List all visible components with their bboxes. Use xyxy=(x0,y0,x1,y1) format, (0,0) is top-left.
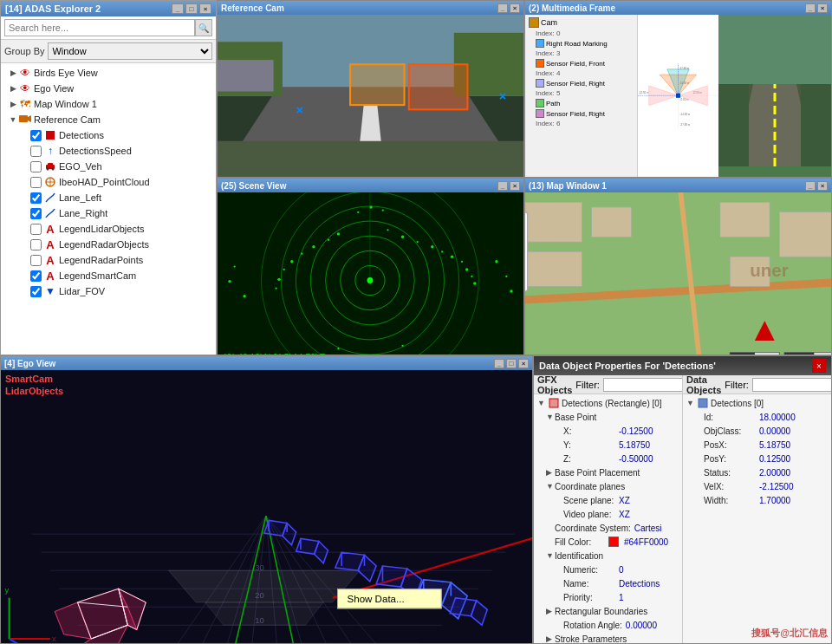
sensor-right-5[interactable]: Sensor Field, Right xyxy=(527,78,635,88)
scene-minimize[interactable]: _ xyxy=(497,181,508,191)
data-filter-input[interactable] xyxy=(752,378,831,392)
expand-lane-left xyxy=(18,192,29,203)
prop-scene-plane[interactable]: Scene plane: XZ xyxy=(536,493,680,507)
tree-item-birds-eye[interactable]: ▶ 👁 Birds Eye View xyxy=(1,65,216,81)
prop-rotation[interactable]: Rotation Angle: 0.00000 xyxy=(536,618,680,632)
expand-detections-rect[interactable]: ▼ xyxy=(537,399,546,407)
detections-data-expand[interactable]: ▼ xyxy=(686,399,695,407)
prop-numeric[interactable]: Numeric: 0 xyxy=(536,563,680,576)
tree-item-ibeo[interactable]: IbeoHAD_PointCloud xyxy=(1,174,216,190)
prop-status[interactable]: Status: 2.00000 xyxy=(685,465,829,479)
checkbox-ego-veh[interactable] xyxy=(30,161,42,172)
prop-z[interactable]: Z: -0.50000 xyxy=(536,452,680,465)
scene-close[interactable]: × xyxy=(510,181,520,191)
expand-ref-cam[interactable]: ▼ xyxy=(8,114,18,125)
group-by-select[interactable]: Window Type Name xyxy=(48,42,212,60)
fill-color-swatch[interactable] xyxy=(608,537,619,547)
prop-base-point[interactable]: ▼ Base Point xyxy=(536,410,680,424)
prop-priority[interactable]: Priority: 1 xyxy=(536,590,680,604)
checkbox-lane-left[interactable] xyxy=(30,192,42,204)
rect-bound-expand[interactable]: ▶ xyxy=(546,607,555,615)
tree-item-detections[interactable]: Detections xyxy=(1,127,216,143)
prop-detections-rect[interactable]: ▼ Detections (Rectangle) [0] xyxy=(536,396,680,410)
coord-planes-expand[interactable]: ▼ xyxy=(546,482,555,491)
map-minimize[interactable]: _ xyxy=(805,181,816,191)
ego-maximize[interactable]: □ xyxy=(506,359,517,368)
stroke-expand[interactable]: ▶ xyxy=(546,634,555,643)
show-data-popup[interactable]: Show Data... xyxy=(337,589,442,608)
tree-item-detections-speed[interactable]: ↑ DetectionsSpeed xyxy=(1,143,216,159)
tree-item-lane-right[interactable]: Lane_Right xyxy=(1,205,216,221)
bpp-expand[interactable]: ▶ xyxy=(546,468,555,477)
sensor-right-6[interactable]: Sensor Field, Right xyxy=(527,108,635,119)
checkbox-legend-lidar[interactable] xyxy=(30,224,42,235)
checkbox-legend-smartcam[interactable] xyxy=(30,270,42,282)
prop-name[interactable]: Name: Detections xyxy=(536,576,680,590)
sensor-front[interactable]: Sensor Field, Front xyxy=(527,58,635,68)
prop-width[interactable]: Width: 1.70000 xyxy=(685,493,829,507)
tree-item-ref-cam[interactable]: ▼ Reference Cam xyxy=(1,112,216,127)
cam-minimize[interactable]: _ xyxy=(497,3,508,13)
sensor-list-item-road[interactable]: Right Road Marking xyxy=(527,38,635,49)
prop-posx[interactable]: PosX: 5.18750 xyxy=(685,438,829,452)
tree-item-lidar-fov[interactable]: ▼ Lidar_FOV xyxy=(1,283,216,299)
prop-rect-boundaries[interactable]: ▶ Rectangular Boundaries xyxy=(536,604,680,618)
sensor-minimize[interactable]: _ xyxy=(805,3,816,13)
checkbox-lane-right[interactable] xyxy=(30,208,42,219)
numeric-value: 0 xyxy=(619,565,624,575)
gfx-filter-input[interactable] xyxy=(603,378,683,392)
close-button[interactable]: × xyxy=(199,3,211,14)
checkbox-ibeo[interactable] xyxy=(30,177,42,188)
checkbox-legend-radar-pts[interactable] xyxy=(30,255,42,266)
prop-base-point-placement[interactable]: ▶ Base Point Placement xyxy=(536,465,680,479)
expand-base-point[interactable]: ▼ xyxy=(546,413,555,421)
checkbox-detections[interactable] xyxy=(30,130,42,141)
minimize-button[interactable]: _ xyxy=(172,3,184,14)
x-value: -0.12500 xyxy=(619,426,653,436)
prop-fill-color[interactable]: Fill Color: #64FF0000 xyxy=(536,535,680,549)
prop-video-plane[interactable]: Video plane: XZ xyxy=(536,507,680,521)
prop-id[interactable]: Id: 18.00000 xyxy=(685,410,829,424)
prop-posy[interactable]: PosY: 0.12500 xyxy=(685,452,829,465)
prop-y[interactable]: Y: 5.18750 xyxy=(536,438,680,452)
checkbox-legend-radar-obj[interactable] xyxy=(30,239,42,250)
tree-item-map-window[interactable]: ▶ 🗺 Map Window 1 xyxy=(1,96,216,112)
checkbox-detections-speed[interactable] xyxy=(30,146,42,157)
data-content: ▼ Detections [0] Id: 18.00000 xyxy=(683,394,831,643)
prop-detections-data[interactable]: ▼ Detections [0] xyxy=(685,396,829,410)
expand-ego-view[interactable]: ▶ xyxy=(8,83,18,94)
tree-item-legend-smartcam[interactable]: A LegendSmartCam xyxy=(1,268,216,283)
tree-item-legend-lidar[interactable]: A LegendLidarObjects xyxy=(1,221,216,237)
tree-item-lane-left[interactable]: Lane_Left xyxy=(1,190,216,205)
expand-map-window[interactable]: ▶ xyxy=(8,99,18,109)
svg-point-71 xyxy=(382,209,384,211)
prop-x[interactable]: X: -0.12500 xyxy=(536,424,680,438)
map-close[interactable]: × xyxy=(817,181,828,191)
prop-identification[interactable]: ▼ Identification xyxy=(536,549,680,563)
bpp-label: Base Point Placement xyxy=(555,468,640,478)
checkbox-lidar-fov[interactable] xyxy=(30,286,42,297)
ego-minimize[interactable]: _ xyxy=(494,359,504,368)
cam-close[interactable]: × xyxy=(510,3,520,13)
identification-expand[interactable]: ▼ xyxy=(546,551,555,560)
svg-rect-105 xyxy=(784,353,814,355)
tree-item-ego-veh[interactable]: EGO_Veh xyxy=(1,159,216,174)
prop-objclass[interactable]: ObjClass: 0.00000 xyxy=(685,424,829,438)
tree-item-legend-radar-obj[interactable]: A LegendRadarObjects xyxy=(1,237,216,252)
prop-coord-system[interactable]: Coordinate System: Cartesi xyxy=(536,521,680,535)
sensor-path[interactable]: Path xyxy=(527,98,635,108)
maximize-button[interactable]: □ xyxy=(185,3,198,14)
tree-item-legend-radar-pts[interactable]: A LegendRadarPoints xyxy=(1,252,216,268)
props-close-button[interactable]: × xyxy=(812,359,826,373)
search-input[interactable] xyxy=(4,19,195,36)
prop-stroke-params[interactable]: ▶ Stroke Parameters xyxy=(536,632,680,643)
sensor-close[interactable]: × xyxy=(817,3,828,13)
sensor-list-item[interactable]: Cam xyxy=(527,16,635,29)
expand-birds-eye[interactable]: ▶ xyxy=(8,68,18,78)
prop-coord-planes[interactable]: ▼ Coordinate planes xyxy=(536,479,680,493)
prop-velx[interactable]: VelX: -2.12500 xyxy=(685,479,829,493)
tree-item-ego-view[interactable]: ▶ 👁 Ego View xyxy=(1,81,216,96)
ego-close[interactable]: × xyxy=(518,359,529,368)
search-button[interactable]: 🔍 xyxy=(195,19,212,36)
x-key: X: xyxy=(563,426,615,436)
